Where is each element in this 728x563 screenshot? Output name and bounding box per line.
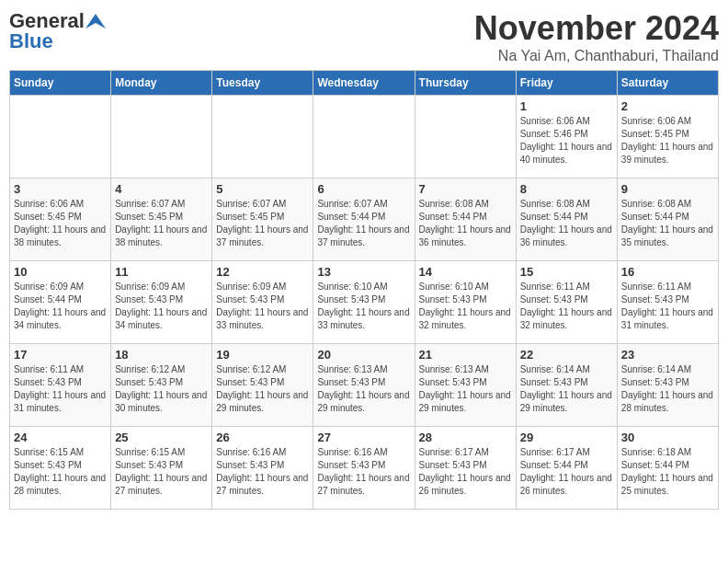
day-number: 14: [419, 265, 512, 279]
day-number: 10: [14, 265, 107, 279]
calendar-cell: 1Sunrise: 6:06 AM Sunset: 5:46 PM Daylig…: [516, 96, 617, 178]
logo-blue: Blue: [9, 29, 53, 53]
day-number: 22: [520, 348, 613, 362]
week-row-2: 10Sunrise: 6:09 AM Sunset: 5:44 PM Dayli…: [10, 261, 719, 344]
weekday-header-row: SundayMondayTuesdayWednesdayThursdayFrid…: [10, 71, 719, 96]
day-info: Sunrise: 6:09 AM Sunset: 5:43 PM Dayligh…: [115, 281, 208, 332]
calendar-cell: 29Sunrise: 6:17 AM Sunset: 5:44 PM Dayli…: [516, 427, 617, 510]
day-number: 16: [621, 265, 714, 279]
day-number: 4: [115, 182, 208, 196]
day-number: 3: [14, 182, 107, 196]
day-number: 6: [317, 182, 410, 196]
day-info: Sunrise: 6:07 AM Sunset: 5:44 PM Dayligh…: [317, 198, 410, 249]
calendar-cell: 16Sunrise: 6:11 AM Sunset: 5:43 PM Dayli…: [617, 261, 718, 344]
calendar-cell: 9Sunrise: 6:08 AM Sunset: 5:44 PM Daylig…: [617, 178, 718, 261]
calendar-cell: 17Sunrise: 6:11 AM Sunset: 5:43 PM Dayli…: [10, 344, 111, 427]
day-number: 28: [419, 431, 512, 444]
weekday-header-tuesday: Tuesday: [212, 71, 313, 96]
day-number: 1: [520, 99, 613, 113]
day-info: Sunrise: 6:10 AM Sunset: 5:43 PM Dayligh…: [317, 281, 410, 332]
day-info: Sunrise: 6:18 AM Sunset: 5:44 PM Dayligh…: [621, 446, 714, 498]
day-info: Sunrise: 6:15 AM Sunset: 5:43 PM Dayligh…: [115, 446, 208, 498]
day-number: 30: [621, 431, 714, 444]
weekday-header-sunday: Sunday: [10, 71, 111, 96]
week-row-0: 1Sunrise: 6:06 AM Sunset: 5:46 PM Daylig…: [10, 96, 719, 178]
day-info: Sunrise: 6:09 AM Sunset: 5:43 PM Dayligh…: [216, 281, 309, 332]
calendar-cell: 15Sunrise: 6:11 AM Sunset: 5:43 PM Dayli…: [516, 261, 617, 344]
calendar-cell: [10, 96, 111, 178]
day-info: Sunrise: 6:12 AM Sunset: 5:43 PM Dayligh…: [115, 363, 208, 415]
day-number: 20: [317, 348, 410, 362]
calendar-cell: 30Sunrise: 6:18 AM Sunset: 5:44 PM Dayli…: [617, 427, 718, 510]
title-block: November 2024 Na Yai Am, Chanthaburi, Th…: [474, 9, 719, 64]
calendar-table: SundayMondayTuesdayWednesdayThursdayFrid…: [9, 70, 719, 510]
calendar-cell: 24Sunrise: 6:15 AM Sunset: 5:43 PM Dayli…: [10, 427, 111, 510]
day-number: 17: [14, 348, 107, 362]
calendar-cell: 26Sunrise: 6:16 AM Sunset: 5:43 PM Dayli…: [212, 427, 313, 510]
logo-bird-icon: [85, 14, 106, 29]
day-info: Sunrise: 6:08 AM Sunset: 5:44 PM Dayligh…: [621, 198, 714, 249]
day-number: 21: [419, 348, 512, 362]
calendar-cell: [111, 96, 212, 178]
calendar-cell: 25Sunrise: 6:15 AM Sunset: 5:43 PM Dayli…: [111, 427, 212, 510]
day-number: 9: [621, 182, 714, 196]
calendar-subtitle: Na Yai Am, Chanthaburi, Thailand: [474, 48, 719, 64]
calendar-cell: [313, 96, 415, 178]
calendar-cell: 13Sunrise: 6:10 AM Sunset: 5:43 PM Dayli…: [313, 261, 415, 344]
day-number: 12: [216, 265, 309, 279]
day-info: Sunrise: 6:06 AM Sunset: 5:45 PM Dayligh…: [621, 115, 714, 167]
day-info: Sunrise: 6:06 AM Sunset: 5:46 PM Dayligh…: [520, 115, 613, 167]
calendar-cell: 20Sunrise: 6:13 AM Sunset: 5:43 PM Dayli…: [313, 344, 415, 427]
day-info: Sunrise: 6:11 AM Sunset: 5:43 PM Dayligh…: [520, 281, 613, 332]
calendar-cell: 5Sunrise: 6:07 AM Sunset: 5:45 PM Daylig…: [212, 178, 313, 261]
day-number: 18: [115, 348, 208, 362]
calendar-cell: 10Sunrise: 6:09 AM Sunset: 5:44 PM Dayli…: [10, 261, 111, 344]
day-number: 15: [520, 265, 613, 279]
day-info: Sunrise: 6:06 AM Sunset: 5:45 PM Dayligh…: [14, 198, 107, 249]
day-info: Sunrise: 6:11 AM Sunset: 5:43 PM Dayligh…: [621, 281, 714, 332]
calendar-title: November 2024: [474, 9, 719, 48]
weekday-header-saturday: Saturday: [617, 71, 718, 96]
day-info: Sunrise: 6:07 AM Sunset: 5:45 PM Dayligh…: [216, 198, 309, 249]
calendar-cell: 19Sunrise: 6:12 AM Sunset: 5:43 PM Dayli…: [212, 344, 313, 427]
day-info: Sunrise: 6:17 AM Sunset: 5:44 PM Dayligh…: [520, 446, 613, 498]
day-info: Sunrise: 6:12 AM Sunset: 5:43 PM Dayligh…: [216, 363, 309, 415]
page-header: General Blue November 2024 Na Yai Am, Ch…: [9, 9, 719, 64]
day-info: Sunrise: 6:14 AM Sunset: 5:43 PM Dayligh…: [621, 363, 714, 415]
day-number: 8: [520, 182, 613, 196]
calendar-cell: 8Sunrise: 6:08 AM Sunset: 5:44 PM Daylig…: [516, 178, 617, 261]
weekday-header-monday: Monday: [111, 71, 212, 96]
day-info: Sunrise: 6:13 AM Sunset: 5:43 PM Dayligh…: [317, 363, 410, 415]
day-info: Sunrise: 6:14 AM Sunset: 5:43 PM Dayligh…: [520, 363, 613, 415]
day-number: 19: [216, 348, 309, 362]
day-info: Sunrise: 6:10 AM Sunset: 5:43 PM Dayligh…: [419, 281, 512, 332]
calendar-cell: 4Sunrise: 6:07 AM Sunset: 5:45 PM Daylig…: [111, 178, 212, 261]
week-row-4: 24Sunrise: 6:15 AM Sunset: 5:43 PM Dayli…: [10, 427, 719, 510]
day-info: Sunrise: 6:13 AM Sunset: 5:43 PM Dayligh…: [419, 363, 512, 415]
weekday-header-thursday: Thursday: [415, 71, 516, 96]
week-row-3: 17Sunrise: 6:11 AM Sunset: 5:43 PM Dayli…: [10, 344, 719, 427]
day-number: 7: [419, 182, 512, 196]
day-info: Sunrise: 6:09 AM Sunset: 5:44 PM Dayligh…: [14, 281, 107, 332]
weekday-header-wednesday: Wednesday: [313, 71, 415, 96]
day-info: Sunrise: 6:16 AM Sunset: 5:43 PM Dayligh…: [317, 446, 410, 498]
day-number: 5: [216, 182, 309, 196]
calendar-cell: 7Sunrise: 6:08 AM Sunset: 5:44 PM Daylig…: [415, 178, 516, 261]
calendar-cell: 14Sunrise: 6:10 AM Sunset: 5:43 PM Dayli…: [415, 261, 516, 344]
day-info: Sunrise: 6:15 AM Sunset: 5:43 PM Dayligh…: [14, 446, 107, 498]
day-info: Sunrise: 6:17 AM Sunset: 5:43 PM Dayligh…: [419, 446, 512, 498]
day-number: 13: [317, 265, 410, 279]
week-row-1: 3Sunrise: 6:06 AM Sunset: 5:45 PM Daylig…: [10, 178, 719, 261]
day-number: 24: [14, 431, 107, 444]
day-info: Sunrise: 6:07 AM Sunset: 5:45 PM Dayligh…: [115, 198, 208, 249]
logo: General Blue: [9, 9, 107, 53]
day-number: 25: [115, 431, 208, 444]
calendar-cell: 3Sunrise: 6:06 AM Sunset: 5:45 PM Daylig…: [10, 178, 111, 261]
calendar-cell: 6Sunrise: 6:07 AM Sunset: 5:44 PM Daylig…: [313, 178, 415, 261]
calendar-cell: 22Sunrise: 6:14 AM Sunset: 5:43 PM Dayli…: [516, 344, 617, 427]
day-number: 11: [115, 265, 208, 279]
day-number: 29: [520, 431, 613, 444]
calendar-cell: 2Sunrise: 6:06 AM Sunset: 5:45 PM Daylig…: [617, 96, 718, 178]
calendar-cell: 28Sunrise: 6:17 AM Sunset: 5:43 PM Dayli…: [415, 427, 516, 510]
calendar-cell: 18Sunrise: 6:12 AM Sunset: 5:43 PM Dayli…: [111, 344, 212, 427]
